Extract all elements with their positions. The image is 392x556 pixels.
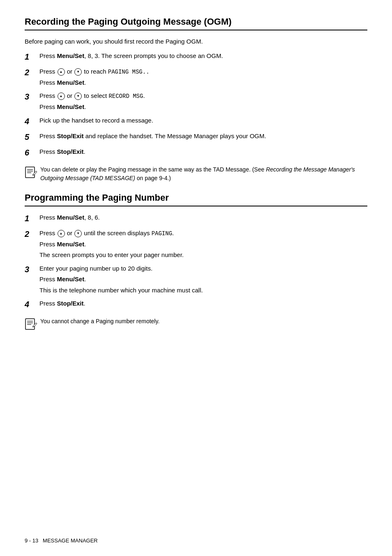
section2-steps: 1 Press Menu/Set, 8, 6. 2 Press or until…	[25, 213, 367, 311]
s2-step-4: 4 Press Stop/Exit.	[25, 299, 367, 310]
s2-step-1-number: 1	[25, 212, 39, 225]
section2-note-text: You cannot change a Paging number remote…	[40, 317, 367, 326]
step-5: 5 Press Stop/Exit and replace the handse…	[25, 132, 367, 143]
arrow-up-icon-3	[58, 230, 65, 237]
step-2-bold: Menu/Set	[57, 79, 85, 86]
step-2-sub: Press Menu/Set.	[39, 78, 367, 88]
page-content: Recording the Paging Outgoing Message (O…	[25, 16, 367, 334]
step-2-mono: PAGING MSG..	[108, 69, 150, 75]
step-3-sub: Press Menu/Set.	[39, 102, 367, 112]
step-1-number: 1	[25, 51, 39, 63]
note-pencil-icon-2	[25, 317, 38, 330]
arrow-down-icon-2	[74, 93, 82, 100]
section2-note: You cannot change a Paging number remote…	[25, 317, 367, 334]
section2-title: Programming the Paging Number	[25, 192, 367, 206]
step-4: 4 Pick up the handset to record a messag…	[25, 116, 367, 127]
step-5-number: 5	[25, 131, 39, 143]
step-3-content: Press or to select RECORD MSG. Press Men…	[39, 91, 367, 112]
s2-step-2-bold: Menu/Set	[57, 241, 85, 248]
arrow-down-icon	[74, 68, 82, 76]
step-6: 6 Press Stop/Exit.	[25, 147, 367, 159]
step-1-content: Press Menu/Set, 8, 3. The screen prompts…	[39, 51, 367, 61]
step-6-number: 6	[25, 146, 39, 159]
step-2-content: Press or to reach PAGING MSG.. Press Men…	[39, 67, 367, 88]
step-2: 2 Press or to reach PAGING MSG.. Press M…	[25, 67, 367, 88]
s2-step-3-content: Enter your paging number up to 20 digits…	[39, 264, 367, 295]
footer-page: 9 - 13	[25, 537, 38, 544]
s2-step-3-bold: Menu/Set	[57, 276, 85, 283]
step-5-bold: Stop/Exit	[57, 132, 84, 139]
svg-rect-4	[25, 319, 35, 329]
step-3: 3 Press or to select RECORD MSG. Press M…	[25, 91, 367, 112]
note-icon-1	[25, 165, 40, 182]
s2-step-1-bold: Menu/Set	[57, 214, 85, 221]
note-icon-2	[25, 317, 40, 334]
s2-step-2-sub: Press Menu/Set.	[39, 240, 367, 249]
step-3-number: 3	[25, 90, 39, 103]
s2-step-4-number: 4	[25, 298, 39, 310]
step-1-bold: Menu/Set	[57, 52, 85, 59]
s2-step-4-bold: Stop/Exit	[57, 300, 84, 307]
s2-step-3-extra: This is the telephone number which your …	[39, 286, 367, 295]
step-4-content: Pick up the handset to record a message.	[39, 116, 367, 125]
s2-step-2: 2 Press or until the screen displays PAG…	[25, 229, 367, 260]
footer: 9 - 13 MESSAGE MANAGER	[25, 537, 98, 544]
note-pencil-icon	[25, 165, 38, 178]
arrow-up-icon-2	[58, 93, 65, 100]
step-1: 1 Press Menu/Set, 8, 3. The screen promp…	[25, 51, 367, 63]
arrow-down-icon-3	[74, 230, 82, 237]
step-4-number: 4	[25, 115, 39, 127]
step-2-number: 2	[25, 66, 39, 79]
step-5-content: Press Stop/Exit and replace the handset.…	[39, 132, 367, 141]
s2-step-3-sub: Press Menu/Set.	[39, 275, 367, 284]
section1-note-text: You can delete or play the Paging messag…	[40, 165, 367, 183]
s2-step-3-number: 3	[25, 263, 39, 276]
step-6-bold: Stop/Exit	[57, 148, 84, 155]
svg-rect-0	[25, 167, 35, 178]
step-3-bold: Menu/Set	[57, 103, 85, 110]
s2-step-2-mono: PAGING	[152, 230, 172, 237]
s2-step-2-content: Press or until the screen displays PAGIN…	[39, 229, 367, 260]
section1-intro: Before paging can work, you should first…	[25, 37, 367, 46]
step-3-mono: RECORD MSG	[108, 93, 143, 100]
s2-step-4-content: Press Stop/Exit.	[39, 299, 367, 308]
s2-step-3: 3 Enter your paging number up to 20 digi…	[25, 264, 367, 295]
s2-step-2-extra: The screen prompts you to enter your pag…	[39, 250, 367, 260]
note-italic: Recording the Message Manager's Outgoing…	[40, 166, 355, 181]
section1-note: You can delete or play the Paging messag…	[25, 165, 367, 183]
step-6-content: Press Stop/Exit.	[39, 147, 367, 157]
section1-steps: 1 Press Menu/Set, 8, 3. The screen promp…	[25, 51, 367, 159]
s2-step-1: 1 Press Menu/Set, 8, 6.	[25, 213, 367, 225]
footer-section: MESSAGE MANAGER	[43, 537, 98, 544]
section1-title: Recording the Paging Outgoing Message (O…	[25, 16, 367, 30]
arrow-up-icon	[58, 68, 65, 76]
s2-step-1-content: Press Menu/Set, 8, 6.	[39, 213, 367, 222]
s2-step-2-number: 2	[25, 228, 39, 240]
